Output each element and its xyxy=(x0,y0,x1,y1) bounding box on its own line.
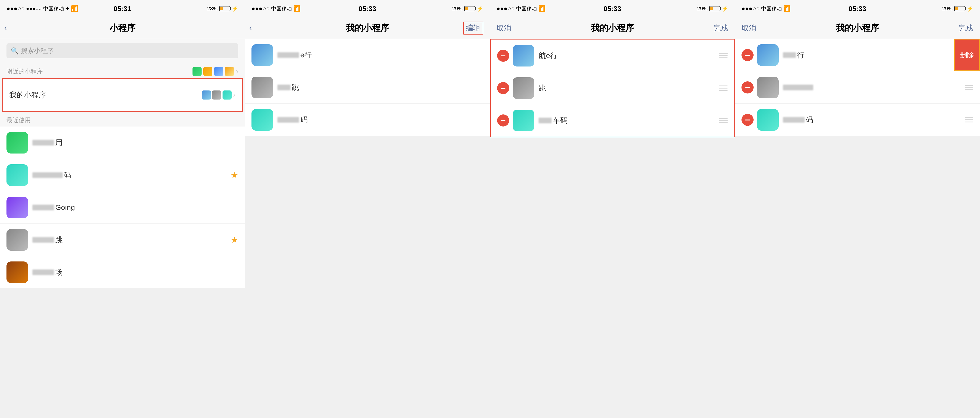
p3-name-1: 航e行 xyxy=(539,51,719,61)
back-button-2[interactable]: ‹ xyxy=(249,23,252,33)
nav-bar-4: 取消 我的小程序 完成 xyxy=(735,17,980,39)
recent-text-5: 场 xyxy=(55,267,63,277)
time-4: 05:33 xyxy=(849,5,866,13)
blur-3 xyxy=(32,205,54,210)
nav-bar-2: ‹ 我的小程序 编辑 xyxy=(245,17,490,39)
p2-name-2: 跳 xyxy=(277,83,483,92)
nav-title-3: 我的小程序 xyxy=(591,22,634,34)
cancel-button-3[interactable]: 取消 xyxy=(496,23,511,33)
handle-line-2 xyxy=(719,55,728,56)
handle-line-1 xyxy=(719,53,728,54)
recent-text-4: 跳 xyxy=(55,235,63,245)
recent-icon-2 xyxy=(6,164,28,186)
search-placeholder-1: 搜索小程序 xyxy=(21,46,53,55)
p4-minus-1[interactable]: − xyxy=(741,49,754,61)
p4-drag-2[interactable] xyxy=(965,85,973,90)
minus-button-3[interactable]: − xyxy=(497,114,509,127)
panel2-item-1[interactable]: e行 xyxy=(245,39,490,71)
delete-swipe-button[interactable]: 删除 xyxy=(954,39,980,71)
nearby-icon-4 xyxy=(225,67,234,76)
panel4-item-1[interactable]: − 行 删除 xyxy=(735,39,980,71)
handle-line-3 xyxy=(719,57,728,58)
p2-text-1: e行 xyxy=(300,50,312,60)
blur-1 xyxy=(32,140,54,146)
p2-icon-2 xyxy=(251,77,273,98)
p2-icon-1 xyxy=(251,44,273,66)
time-2: 05:33 xyxy=(359,5,376,13)
p4-minus-2[interactable]: − xyxy=(741,81,754,94)
p4-handle-2b xyxy=(965,87,973,88)
battery-2 xyxy=(464,6,475,11)
my-mini-icon-1 xyxy=(202,91,211,100)
recent-name-3: Going xyxy=(32,203,238,211)
search-bar-1[interactable]: 🔍 搜索小程序 xyxy=(6,43,238,58)
p4-drag-3[interactable] xyxy=(965,117,973,122)
battery-percent-2: 29% xyxy=(452,6,463,12)
empty-area-1 xyxy=(0,288,245,418)
p4-minus-3[interactable]: − xyxy=(741,114,754,126)
p2-text-3: 码 xyxy=(300,115,308,125)
battery-fill-3 xyxy=(710,7,713,10)
recent-icon-3 xyxy=(6,197,28,218)
recent-item-2[interactable]: 码 ★ xyxy=(0,159,245,191)
carrier-1: ●●●○○ 中国移动 ✦ xyxy=(26,5,70,12)
done-button-3[interactable]: 完成 xyxy=(714,23,728,33)
charge-icon-2: ⚡ xyxy=(477,6,483,12)
panel2-item-2[interactable]: 跳 xyxy=(245,71,490,103)
recent-item-5[interactable]: 场 xyxy=(0,256,245,288)
recent-item-1[interactable]: 用 xyxy=(0,127,245,159)
panel4-item-3[interactable]: − 码 xyxy=(735,103,980,136)
p4-icon-1 xyxy=(757,44,779,66)
minus-highlight-container: − 航e行 − 跳 − xyxy=(490,39,735,137)
nearby-icon-2 xyxy=(203,67,212,76)
my-mini-row[interactable]: 我的小程序 › xyxy=(3,79,242,111)
my-mini-icons: › xyxy=(202,91,235,100)
my-mini-chevron[interactable]: › xyxy=(233,91,235,100)
p3-name-3: 车码 xyxy=(539,116,719,126)
p4-name-3: 码 xyxy=(783,115,965,125)
minus-button-2[interactable]: − xyxy=(497,82,509,94)
time-3: 05:33 xyxy=(604,5,621,13)
p4-handle-3b xyxy=(965,119,973,120)
handle-line-4 xyxy=(719,86,728,86)
recent-icon-5 xyxy=(6,261,28,283)
recent-name-5: 场 xyxy=(32,267,238,277)
panel3-item-3[interactable]: − 车码 xyxy=(491,104,734,137)
my-mini-section[interactable]: 我的小程序 › xyxy=(2,78,243,112)
recent-section-header: 最近使用 xyxy=(0,112,245,127)
done-button-4[interactable]: 完成 xyxy=(959,23,973,33)
drag-handle-2[interactable] xyxy=(719,86,728,91)
panel4-item-2[interactable]: − xyxy=(735,71,980,103)
my-mini-icon-2 xyxy=(212,91,221,100)
panel3-item-1[interactable]: − 航e行 xyxy=(491,40,734,72)
panel2-item-3[interactable]: 码 xyxy=(245,103,490,136)
recent-icon-4 xyxy=(6,229,28,251)
handle-line-7 xyxy=(719,118,728,119)
p4-icon-3 xyxy=(757,109,779,130)
p4-name-1: 行 xyxy=(783,50,965,60)
recent-name-4: 跳 xyxy=(32,235,231,245)
drag-handle-3[interactable] xyxy=(719,118,728,123)
nav-bar-3: 取消 我的小程序 完成 xyxy=(490,17,735,39)
status-bar-2: ●●●○○ 中国移动 📶 05:33 29% ⚡ xyxy=(245,0,490,17)
charge-icon-4: ⚡ xyxy=(967,6,973,12)
star-icon-2: ★ xyxy=(231,170,238,180)
p3-blur-3 xyxy=(539,118,552,123)
back-button-1[interactable]: ‹ xyxy=(4,23,7,33)
minus-button-1[interactable]: − xyxy=(497,50,509,62)
my-mini-label: 我的小程序 xyxy=(9,90,202,100)
back-chevron-1: ‹ xyxy=(4,23,7,33)
dots-icon: ●●●○○ xyxy=(6,5,25,12)
nearby-chevron[interactable]: › xyxy=(236,67,238,76)
recent-item-4[interactable]: 跳 ★ xyxy=(0,224,245,256)
recent-item-3[interactable]: Going xyxy=(0,191,245,224)
search-icon-1: 🔍 xyxy=(11,47,19,55)
battery-fill-1 xyxy=(220,7,223,10)
cancel-button-4[interactable]: 取消 xyxy=(741,23,756,33)
drag-handle-1[interactable] xyxy=(719,53,728,58)
panel3-item-2[interactable]: − 跳 xyxy=(491,72,734,104)
p2-name-1: e行 xyxy=(277,50,483,60)
nav-title-4: 我的小程序 xyxy=(836,22,879,34)
edit-button[interactable]: 编辑 xyxy=(463,22,483,35)
p4-icon-2 xyxy=(757,77,779,98)
